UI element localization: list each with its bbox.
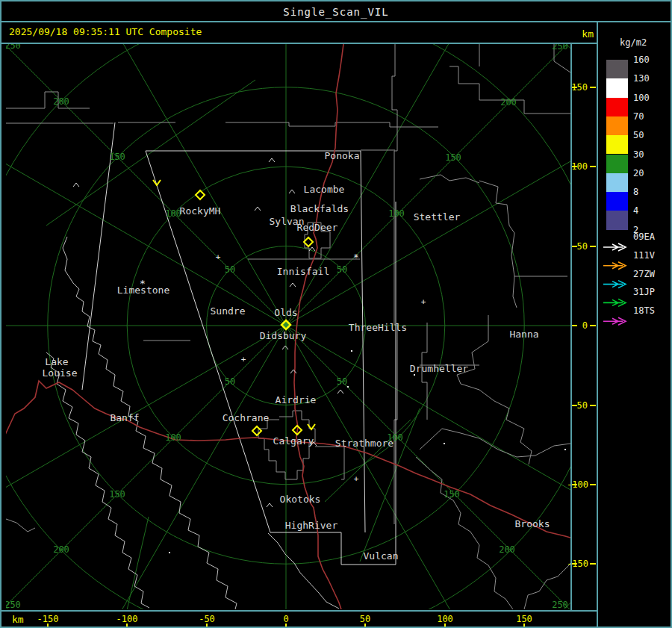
city-label: Stettler [414,211,461,223]
city-label: RockyMH [180,205,221,217]
city-label: Lake [45,356,68,367]
city-labels: PonokaLacombeBlackfaldsSylvanRedDeerInni… [43,150,550,562]
city-label: Banff [110,412,139,423]
peak-marker-icon [255,207,261,211]
ring-distance-label: 50 [337,264,347,275]
radar-viewer-window: Single_Scan_VIL 2025/09/18 09:35:11 UTC … [0,0,672,628]
city-label: Didsbury [260,330,307,341]
legend-color-box [606,211,628,229]
site-id-label: 31JP [633,287,655,297]
city-label: Brooks [515,518,550,529]
city-label: Drumheller [410,363,468,374]
legend-color-box [606,78,628,97]
dot-marker-icon [347,386,349,388]
city-label: RedDeer [297,222,338,233]
ring-distance-label: 100 [165,208,181,219]
ring-distance-label: 50 [225,376,235,387]
right-axis-tick [572,484,577,485]
center-site-diamond-icon [281,320,290,329]
right-axis-label: -50 [567,400,588,411]
right-axis-tick [590,246,596,247]
city-label: Calgary [273,435,314,447]
peak-marker-icon [290,283,296,287]
dot-marker-icon [351,350,352,352]
dot-marker-icon [169,552,170,553]
storm-vector-icon [153,180,161,185]
dot-marker-icon [414,374,415,376]
ring-distance-label: 200 [500,97,517,108]
plus-marker-icon: + [354,474,359,484]
site-id-label: 09EA [633,231,655,242]
legend-value: 20 [633,168,663,178]
plus-marker-icon: + [216,252,221,262]
ring-distance-label: 250 [4,40,21,51]
legend-color-box [606,135,628,154]
right-axis-tick [572,325,577,326]
right-axis-tick [572,246,577,247]
city-label: HighRiver [285,520,338,531]
bottom-axis-label: -50 [192,614,222,624]
right-axis-label: -100 [567,479,588,490]
legend-value: 30 [633,149,663,160]
legend-value: 70 [633,111,663,122]
ring-distance-label: 150 [109,489,125,500]
legend-value: 100 [633,93,663,103]
site-id-label: 18TS [633,305,655,316]
ring-distance-label: 150 [444,489,460,500]
ring-distance-label: 250 [4,600,21,610]
bottom-axis-label: 0 [271,614,301,624]
city-label: Limestone [117,285,170,296]
legend-value: 160 [633,55,663,65]
star-marker-icon: * [353,252,359,263]
legend-value: 4 [633,205,663,216]
peak-marker-icon [290,370,296,373]
graticule-lines [46,80,420,610]
legend-value: 130 [633,73,663,84]
right-axis-tick [572,87,577,88]
peak-marker-icon [267,503,273,507]
plus-marker-icon: + [241,355,246,364]
city-label: Vulcan [364,550,399,562]
ring-distance-label: 200 [53,96,69,107]
right-axis-label: -150 [567,559,588,569]
ring-distance-label: 200 [499,544,515,555]
right-axis-tick [590,563,596,565]
right-axis-tick [590,405,596,406]
plus-marker-icon: + [421,297,426,307]
right-axis-tick [572,166,577,167]
legend-color-box [606,192,628,211]
city-label: Ponoka [325,150,360,161]
city-label: ThreeHills [349,322,407,333]
ring-distance-label: 50 [337,376,347,387]
scan-boundary-boxes [82,122,396,565]
city-label: Okotoks [280,494,321,505]
city-label: Lacombe [304,184,345,195]
bottom-axis-tick [126,624,128,628]
ring-distance-label: 250 [552,41,568,52]
ring-distance-label: 200 [53,544,69,555]
bottom-axis-tick [47,624,49,628]
city-label: Strathmore [335,438,393,449]
city-label: Blackfalds [290,203,349,214]
peak-marker-icon [282,346,288,349]
bottom-axis-tick [364,624,366,628]
bottom-axis-tick [444,624,446,628]
bottom-axis-tick [523,624,525,628]
legend-color-box [606,116,628,135]
right-axis-label: 0 [567,320,588,331]
right-axis-label: 150 [567,82,588,93]
city-label: Hanna [509,329,538,340]
bottom-axis-label: 100 [430,614,460,624]
right-axis-tick [572,405,577,406]
site-id-label: 111V [633,250,655,261]
legend-value: 50 [633,130,663,140]
dot-marker-icon [564,449,566,450]
city-label: Airdrie [276,394,317,405]
legend-color-box [606,155,628,173]
legend-color-box [606,60,628,78]
right-axis-tick [572,563,577,565]
ring-distance-label: 100 [165,432,181,443]
ring-distance-label: 250 [552,600,568,610]
city-label: Louise [43,367,78,379]
legend-color-box [606,98,628,116]
